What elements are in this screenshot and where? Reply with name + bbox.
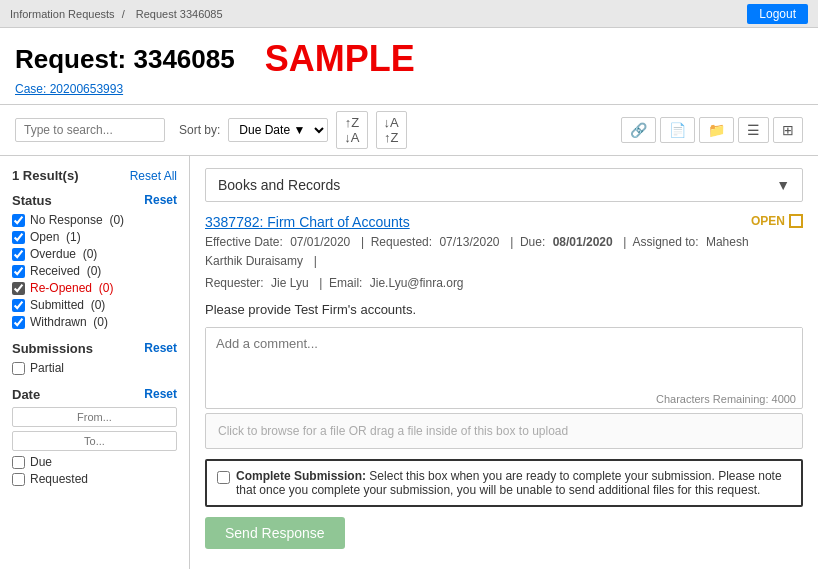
date-to-input[interactable] (12, 431, 177, 451)
complete-submission-bold: Complete Submission: (236, 469, 366, 483)
status-no-response: No Response (0) (12, 213, 177, 227)
overdue-label: Overdue (0) (30, 247, 97, 261)
submissions-partial: Partial (12, 361, 177, 375)
result-count: 1 Result(s) (12, 168, 78, 183)
open-checkbox[interactable] (12, 231, 25, 244)
submissions-reset-link[interactable]: Reset (144, 341, 177, 356)
partial-checkbox[interactable] (12, 362, 25, 375)
breadcrumb: Information Requests / Request 3346085 (10, 8, 227, 20)
link-icon-button[interactable]: 🔗 (621, 117, 656, 143)
email-value: Jie.Lyu@finra.org (370, 276, 464, 290)
sort-za-icon: ↓A↑Z (384, 115, 399, 145)
content-area: Books and Records ▼ 3387782: Firm Chart … (190, 156, 818, 569)
document-icon-button[interactable]: 📄 (660, 117, 695, 143)
breadcrumb-home[interactable]: Information Requests (10, 8, 115, 20)
date-from-input[interactable] (12, 407, 177, 427)
request-meta-left: 3387782: Firm Chart of Accounts Effectiv… (205, 214, 751, 294)
open-label: Open (1) (30, 230, 81, 244)
date-label: Date (12, 387, 40, 402)
top-nav: Information Requests / Request 3346085 L… (0, 0, 818, 28)
status-section: Status Reset No Response (0) Open (1) Ov… (12, 193, 177, 329)
breadcrumb-current: Request 3346085 (136, 8, 223, 20)
effective-date-value: 07/01/2020 (290, 235, 350, 249)
requested-checkbox[interactable] (12, 473, 25, 486)
email-label: Email: (329, 276, 362, 290)
comment-textarea[interactable] (206, 328, 802, 388)
comment-area: Characters Remaining: 4000 (205, 327, 803, 409)
chevron-down-icon: ▼ (776, 177, 790, 193)
open-badge: OPEN (751, 214, 803, 228)
reset-all-link[interactable]: Reset All (130, 169, 177, 183)
due-label: Due: (520, 235, 545, 249)
sort-az-button[interactable]: ↑Z↓A (336, 111, 367, 149)
open-box-icon (789, 214, 803, 228)
list-icon-button[interactable]: ☰ (738, 117, 769, 143)
overdue-checkbox[interactable] (12, 248, 25, 261)
toolbar: Sort by: Due Date ▼ ↑Z↓A ↓A↑Z 🔗 📄 📁 ☰ ⊞ (0, 105, 818, 156)
main-layout: 1 Result(s) Reset All Status Reset No Re… (0, 156, 818, 569)
no-response-label: No Response (0) (30, 213, 124, 227)
breadcrumb-separator: / (122, 8, 125, 20)
received-checkbox[interactable] (12, 265, 25, 278)
status-open: Open (1) (12, 230, 177, 244)
requester-label: Requester: (205, 276, 264, 290)
requester-name-value: Jie Lyu (271, 276, 309, 290)
status-label: Status (12, 193, 52, 208)
upload-area[interactable]: Click to browse for a file OR drag a fil… (205, 413, 803, 449)
category-label: Books and Records (218, 177, 340, 193)
open-status-label: OPEN (751, 214, 785, 228)
status-reopened: Re-Opened (0) (12, 281, 177, 295)
submitted-checkbox[interactable] (12, 299, 25, 312)
complete-submission-box: Complete Submission: Select this box whe… (205, 459, 803, 507)
requested-date-row: Requested (12, 472, 177, 486)
meta-line-2: Requester: Jie Lyu | Email: Jie.Lyu@finr… (205, 274, 751, 293)
submissions-label: Submissions (12, 341, 93, 356)
due-checkbox[interactable] (12, 456, 25, 469)
complete-submission-text: Complete Submission: Select this box whe… (236, 469, 791, 497)
folder-icon-button[interactable]: 📁 (699, 117, 734, 143)
status-reset-link[interactable]: Reset (144, 193, 177, 208)
reopened-label: Re-Opened (0) (30, 281, 113, 295)
requested-date-value: 07/13/2020 (439, 235, 499, 249)
request-description: Please provide Test Firm's accounts. (205, 302, 803, 317)
logout-button[interactable]: Logout (747, 4, 808, 24)
requested-label: Requested: (371, 235, 432, 249)
date-section: Date Reset Due Requested (12, 387, 177, 486)
no-response-checkbox[interactable] (12, 214, 25, 227)
sample-watermark: SAMPLE (265, 38, 415, 80)
page-title: Request: 3346085 (15, 44, 235, 75)
grid-icon-button[interactable]: ⊞ (773, 117, 803, 143)
date-reset-link[interactable]: Reset (144, 387, 177, 402)
sort-az-icon: ↑Z↓A (344, 115, 359, 145)
withdrawn-checkbox[interactable] (12, 316, 25, 329)
assigned-label: Assigned to: (633, 235, 699, 249)
request-title-link[interactable]: 3387782: Firm Chart of Accounts (205, 214, 410, 230)
status-received: Received (0) (12, 264, 177, 278)
sidebar: 1 Result(s) Reset All Status Reset No Re… (0, 156, 190, 569)
status-title: Status Reset (12, 193, 177, 208)
request-meta: 3387782: Firm Chart of Accounts Effectiv… (205, 214, 803, 294)
reopened-checkbox[interactable] (12, 282, 25, 295)
due-date-value: 08/01/2020 (553, 235, 613, 249)
page-header: Request: 3346085 SAMPLE Case: 2020065399… (0, 28, 818, 105)
search-input[interactable] (15, 118, 165, 142)
complete-submission-checkbox[interactable] (217, 471, 230, 484)
submissions-section: Submissions Reset Partial (12, 341, 177, 375)
received-label: Received (0) (30, 264, 101, 278)
sort-select[interactable]: Due Date ▼ (228, 118, 328, 142)
case-link[interactable]: Case: 20200653993 (15, 82, 123, 96)
send-response-button[interactable]: Send Response (205, 517, 345, 549)
category-dropdown[interactable]: Books and Records ▼ (205, 168, 803, 202)
sort-za-button[interactable]: ↓A↑Z (376, 111, 407, 149)
requested-label: Requested (30, 472, 88, 486)
submitted-label: Submitted (0) (30, 298, 105, 312)
status-submitted: Submitted (0) (12, 298, 177, 312)
request-item: 3387782: Firm Chart of Accounts Effectiv… (205, 214, 803, 559)
effective-date-label: Effective Date: (205, 235, 283, 249)
status-withdrawn: Withdrawn (0) (12, 315, 177, 329)
withdrawn-label: Withdrawn (0) (30, 315, 108, 329)
partial-label: Partial (30, 361, 64, 375)
meta-line-1: Effective Date: 07/01/2020 | Requested: … (205, 233, 751, 271)
toolbar-icons: 🔗 📄 📁 ☰ ⊞ (621, 117, 803, 143)
date-title: Date Reset (12, 387, 177, 402)
